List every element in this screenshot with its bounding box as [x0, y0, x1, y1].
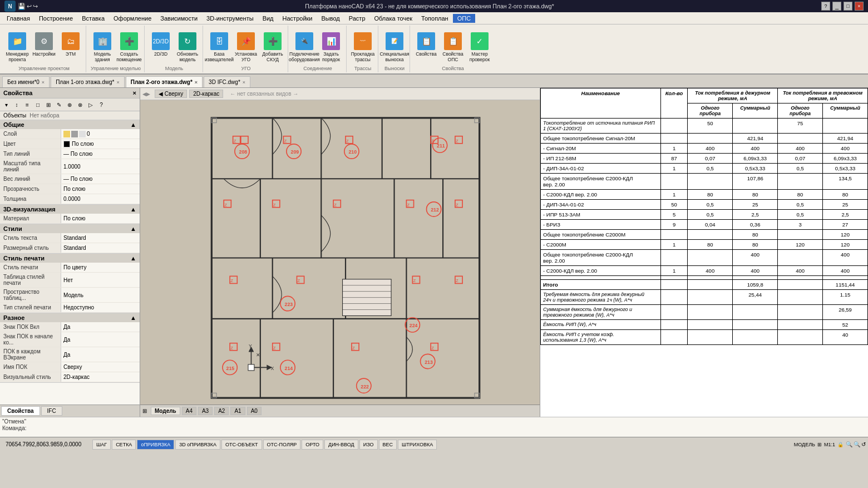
section-styles-header[interactable]: Стили ▲	[0, 224, 140, 233]
2d3d-icon: 2D/3D	[152, 32, 170, 50]
ribbon-btn-base-ugo[interactable]: 🗄 Базаизвещателей	[206, 30, 232, 65]
tab-plan1[interactable]: План 1-ого этажа.dwg* ×	[51, 76, 125, 87]
ribbon-btn-properties[interactable]: 📋 Свойства	[413, 30, 439, 65]
menu-postroenie[interactable]: Построение	[34, 14, 77, 23]
tab-close-3difc[interactable]: ×	[243, 80, 245, 85]
ribbon-btn-manager[interactable]: 📁 Менеджерпроекта	[4, 30, 30, 65]
tab-close-bez-imeni[interactable]: ×	[42, 80, 45, 85]
props-tool-10[interactable]: ?	[96, 100, 106, 110]
properties-close-icon[interactable]: ×	[133, 90, 136, 96]
status-btn-din-vvod[interactable]: ДИН-ВВОД	[324, 440, 358, 450]
tab-close-plan1[interactable]: ×	[116, 80, 119, 85]
props-tool-2[interactable]: ↕	[12, 100, 22, 110]
tab-ifc[interactable]: IFC	[41, 406, 62, 416]
canvas-area[interactable]: Z Z Z Z Z 208 209 210 211	[140, 100, 540, 405]
ribbon-btn-set-order[interactable]: 📊 Задатьпорядок	[318, 30, 344, 65]
view-btn-2d[interactable]: 2D-каркас	[189, 90, 223, 98]
status-btn-shtrihovka[interactable]: ШТРИХОВКА	[398, 440, 437, 450]
ribbon-btn-model-building[interactable]: 🏢 Модельздания	[90, 30, 115, 65]
ribbon-btn-special-vynoska[interactable]: 📝 Специальнаявыноска	[382, 30, 407, 65]
props-tool-4[interactable]: □	[33, 100, 43, 110]
props-tool-8[interactable]: ⊗	[75, 100, 85, 110]
ribbon-btn-connect-equip[interactable]: 🔌 Подключениеоборудования	[292, 30, 317, 65]
props-tool-3[interactable]: ≡	[22, 100, 32, 110]
maximize-button[interactable]: □	[844, 2, 852, 11]
status-btn-orto[interactable]: ОРТО	[302, 440, 323, 450]
statusbar: 70654.7992,8063.9859,0.0000 ШАГ СЕТКА оП…	[0, 437, 868, 451]
viewport-tab-model[interactable]: Модель	[151, 407, 180, 415]
table-cell-alarm-sum: 40	[823, 330, 868, 345]
quick-access-redo[interactable]: ↪	[33, 3, 38, 10]
props-tool-1[interactable]: ▾	[1, 100, 11, 110]
app-icon: N	[4, 1, 16, 12]
prop-thickness: Толщина 0.0000	[0, 194, 140, 204]
status-btn-shag[interactable]: ШАГ	[92, 440, 111, 450]
ribbon-btn-properties-ops[interactable]: 📋 СвойстваОПС	[440, 30, 466, 65]
table-cell-alarm-sum: 400	[823, 250, 868, 266]
menu-oblaka-tochek[interactable]: Облака точек	[370, 14, 417, 23]
quick-access-undo[interactable]: ↩	[27, 3, 32, 10]
menu-topoplan[interactable]: Топоплан	[417, 14, 453, 23]
viewport-tab-a2[interactable]: A2	[214, 407, 229, 415]
props-tool-9[interactable]: ▷	[86, 100, 96, 110]
viewport-tab-a1[interactable]: A1	[230, 407, 245, 415]
svg-text:Z: Z	[352, 346, 355, 351]
tab-plan2[interactable]: План 2-ого этажа.dwg* ×	[126, 76, 203, 87]
status-btn-ves[interactable]: ВЕС	[379, 440, 397, 450]
lock-icon: 🔒	[837, 442, 844, 447]
ribbon-btn-trassy[interactable]: 〰 Прокладкатрассы	[350, 30, 376, 65]
props-tool-7[interactable]: ⊕	[65, 100, 75, 110]
view-btn-sverhu[interactable]: ◀ Сверху	[155, 90, 187, 98]
table-cell-alarm-one: 0,5	[778, 200, 823, 210]
ribbon-btn-update-model[interactable]: ↻ Обновитьмодель	[175, 30, 200, 65]
section-print-header[interactable]: Стиль печати ▲	[0, 254, 140, 263]
section-misc-header[interactable]: Разное ▲	[0, 313, 140, 322]
table-cell-name: - ДИП-34А-01-02	[541, 164, 661, 174]
tab-3difc[interactable]: 3D IFC.dwg* ×	[204, 76, 250, 87]
table-cell-duty-sum: 0,5x3,33	[733, 164, 778, 174]
ribbon-btn-settings[interactable]: ⚙ Настройки	[31, 30, 57, 65]
status-btn-oprivyazka[interactable]: оПРИВЯЗКА	[137, 440, 174, 450]
status-btn-izo[interactable]: ИЗО	[359, 440, 378, 450]
tab-close-plan2[interactable]: ×	[195, 80, 198, 85]
status-btn-ots-object[interactable]: ОТС-ОБЪЕКТ	[221, 440, 262, 450]
status-btn-ots-polyar[interactable]: ОТС-ПОЛЯР	[263, 440, 301, 450]
viewport-tab-a4[interactable]: A4	[182, 407, 196, 415]
close-button[interactable]: ×	[855, 2, 864, 11]
menu-vivod[interactable]: Вывод	[317, 14, 344, 23]
props-tool-5[interactable]: ⊞	[43, 100, 53, 110]
quick-access-save[interactable]: 💾	[18, 3, 26, 10]
section-3d-header[interactable]: 3D-визуализация ▲	[0, 205, 140, 214]
menu-ops[interactable]: ОПС	[453, 14, 475, 23]
status-btn-3d-oprivyazka[interactable]: 3D оПРИВЯЗКА	[175, 440, 220, 450]
status-btn-setka[interactable]: СЕТКА	[112, 440, 136, 450]
ribbon-btn-2d3d[interactable]: 2D/3D 2D/3D	[148, 30, 174, 65]
tab-svoistva[interactable]: Свойства	[1, 406, 40, 416]
table-cell-alarm-one	[778, 276, 823, 280]
viewport-tab-a3[interactable]: A3	[198, 407, 213, 415]
menu-zavisimosti[interactable]: Зависимости	[156, 14, 202, 23]
table-cell-duty-sum: 2,5	[733, 210, 778, 220]
menu-vid[interactable]: Вид	[258, 14, 278, 23]
help-button[interactable]: ?	[821, 2, 830, 11]
menu-3d-instruments[interactable]: 3D-инструменты	[202, 14, 258, 23]
ribbon-btn-etm[interactable]: 🗂 ЭТМ	[58, 30, 83, 65]
table-cell-alarm-one	[778, 134, 823, 144]
section-general-header[interactable]: Общие ▲	[0, 120, 140, 129]
props-tool-6[interactable]: ✎	[54, 100, 64, 110]
menu-glavnaya[interactable]: Главная	[2, 14, 34, 23]
table-row: - С2000-КДЛ вер. 2.00 1 80 80 80 80	[541, 190, 868, 200]
coordinates-display: 70654.7992,8063.9859,0.0000	[2, 441, 91, 448]
menu-rastr[interactable]: Растр	[344, 14, 370, 23]
ribbon-btn-create-room[interactable]: ➕ Создатьпомещение	[116, 30, 142, 65]
menu-nastrojki[interactable]: Настройки	[278, 14, 317, 23]
menu-vstavka[interactable]: Вставка	[77, 14, 109, 23]
menu-oformlenie[interactable]: Оформление	[109, 14, 156, 23]
viewport-tab-a0[interactable]: A0	[247, 407, 262, 415]
ribbon-btn-add-skud[interactable]: ➕ ДобавитьСКУД	[260, 30, 285, 65]
ribbon-btn-master-check[interactable]: ✓ Мастерпроверок	[467, 30, 492, 65]
ribbon-btn-install-ugo[interactable]: 📌 УстановкаУГО	[233, 30, 259, 65]
minimize-button[interactable]: _	[832, 2, 841, 11]
tab-bez-imeni[interactable]: Без имени*0 ×	[2, 76, 50, 87]
col-header-alarm: Ток потребления в тревожном режиме, мА	[778, 88, 868, 103]
